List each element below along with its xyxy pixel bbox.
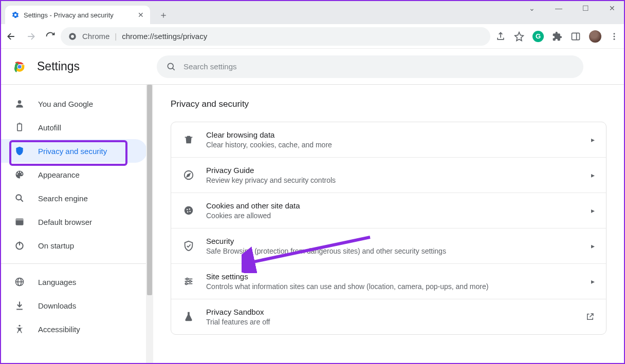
profile-avatar[interactable] [589,30,601,43]
row-title: Clear browsing data [206,130,591,139]
cookie-icon [182,205,195,216]
row-title: Privacy Guide [206,166,591,175]
svg-point-5 [614,35,615,37]
svg-rect-2 [572,33,580,40]
chevron-down-icon[interactable]: ⌄ [523,4,541,12]
sidebar-item-label: Downloads [38,301,76,310]
window-titlebar: Settings - Privacy and security ✕ ＋ ⌄ — … [1,1,624,24]
extensions-icon[interactable] [552,31,562,42]
main-content: Privacy and security Clear browsing data… [153,85,624,364]
svg-point-6 [614,38,615,40]
trash-icon [182,134,195,145]
svg-rect-16 [16,218,24,220]
svg-point-4 [614,33,615,34]
search-settings[interactable] [157,55,583,78]
row-subtitle: Cookies are allowed [206,212,591,220]
row-subtitle: Controls what information sites can use … [206,282,591,291]
svg-point-30 [186,278,188,280]
svg-point-32 [189,280,191,282]
chrome-logo-icon [12,60,27,74]
minimize-icon[interactable]: — [550,4,567,12]
row-subtitle: Safe Browsing (protection from dangerous… [206,247,591,255]
sidebar-item-label: Privacy and security [38,147,107,156]
address-bar[interactable]: Chrome | chrome://settings/privacy [61,27,490,46]
chevron-right-icon: ▸ [591,136,595,144]
chevron-right-icon: ▸ [591,206,595,215]
maximize-icon[interactable]: ☐ [577,4,594,12]
svg-line-11 [173,68,175,70]
scroll-thumb[interactable] [147,85,152,295]
clipboard-icon [14,122,26,132]
sidebar-item-search-engine[interactable]: Search engine [1,186,147,210]
svg-point-13 [16,195,21,200]
sidebar-item-label: Accessibility [38,325,80,334]
svg-point-22 [19,325,20,327]
row-title: Site settings [206,272,591,281]
url-scheme-label: Chrome [82,32,109,41]
browser-tab[interactable]: Settings - Privacy and security ✕ [5,6,150,24]
forward-button [26,31,36,42]
svg-point-12 [18,100,22,104]
bookmark-icon[interactable] [514,31,524,42]
sidebar-item-accessibility[interactable]: Accessibility [1,317,147,341]
browser-toolbar: Chrome | chrome://settings/privacy G [1,24,624,49]
row-cookies[interactable]: Cookies and other site data Cookies are … [171,193,606,228]
section-title: Privacy and security [171,99,606,109]
shield-check-icon [182,240,195,252]
sidebar-item-privacy-security[interactable]: Privacy and security [1,139,147,163]
sidebar-item-label: You and Google [38,100,93,108]
sidebar-item-downloads[interactable]: Downloads [1,294,147,317]
sidebar-item-you-and-google[interactable]: You and Google [1,92,147,116]
sidepanel-icon[interactable] [571,31,581,42]
row-title: Privacy Sandbox [206,308,585,316]
shield-icon [14,146,26,156]
tab-title: Settings - Privacy and security [24,11,114,19]
back-button[interactable] [6,31,16,42]
new-tab-button[interactable]: ＋ [156,8,171,22]
row-clear-browsing-data[interactable]: Clear browsing data Clear history, cooki… [171,122,606,157]
row-privacy-guide[interactable]: Privacy Guide Review key privacy and sec… [171,157,606,193]
sidebar-item-languages[interactable]: Languages [1,270,147,294]
chevron-right-icon: ▸ [591,171,595,179]
window-controls: ⌄ — ☐ ✕ [523,4,621,12]
menu-icon[interactable] [610,32,619,41]
sidebar-item-autofill[interactable]: Autofill [1,116,147,139]
sliders-icon [182,276,195,287]
download-icon [14,300,26,311]
svg-point-26 [189,208,190,209]
sidebar-item-default-browser[interactable]: Default browser [1,210,147,234]
flask-icon [182,311,195,322]
close-window-icon[interactable]: ✕ [603,4,621,12]
scrollbar[interactable] [146,85,153,364]
row-privacy-sandbox[interactable]: Privacy Sandbox Trial features are off [171,299,606,334]
svg-point-34 [186,283,188,285]
sidebar-item-appearance[interactable]: Appearance [1,163,147,186]
compass-icon [182,169,195,181]
palette-icon [14,169,26,180]
row-site-settings[interactable]: Site settings Controls what information … [171,263,606,299]
globe-icon [14,277,26,287]
search-icon [14,193,26,203]
svg-point-24 [185,206,193,215]
external-link-icon [585,312,595,321]
share-icon[interactable] [495,31,506,42]
sidebar-item-label: Search engine [38,194,88,203]
page-title: Settings [37,60,80,73]
reload-button[interactable] [45,31,56,42]
svg-point-1 [71,35,74,38]
power-icon [14,240,26,251]
accessibility-icon [14,324,26,334]
close-icon[interactable]: ✕ [138,11,144,19]
sidebar-item-label: On startup [38,241,74,250]
settings-card: Clear browsing data Clear history, cooki… [171,122,606,335]
sidebar-item-on-startup[interactable]: On startup [1,234,147,257]
settings-header: Settings [1,49,624,85]
svg-point-27 [187,212,188,213]
chrome-page-icon [68,32,77,41]
row-title: Cookies and other site data [206,201,591,210]
row-security[interactable]: Security Safe Browsing (protection from … [171,228,606,263]
search-input[interactable] [183,62,574,71]
grammarly-extension-icon[interactable]: G [532,31,544,42]
row-subtitle: Clear history, cookies, cache, and more [206,141,591,149]
row-subtitle: Review key privacy and security controls [206,176,591,184]
